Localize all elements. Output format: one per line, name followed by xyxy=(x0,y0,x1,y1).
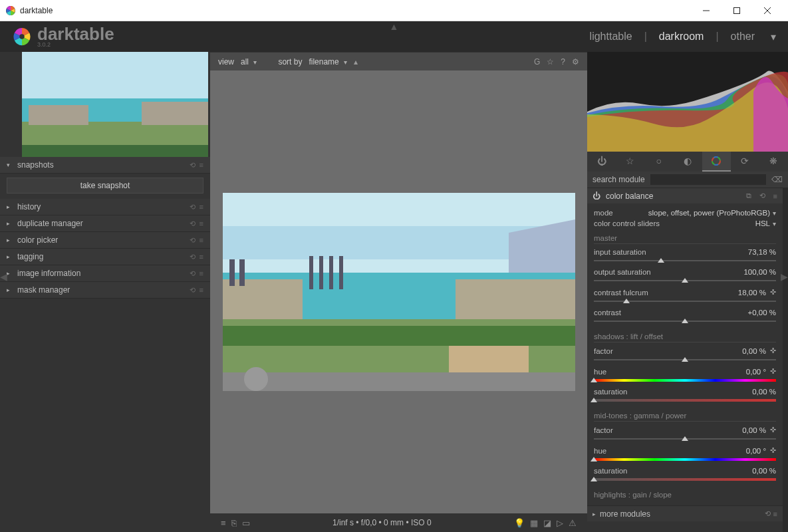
module-color-balance[interactable]: ⏻ color balance ⧉ ⟲ ≡ xyxy=(587,188,783,203)
menu-icon[interactable]: ≡ xyxy=(773,510,777,518)
quick-access-icon[interactable]: ≡ xyxy=(221,518,226,528)
collapse-right-icon[interactable]: ▶ xyxy=(781,271,788,282)
collapse-left-icon[interactable]: ◀ xyxy=(0,271,7,282)
mode-label: mode xyxy=(594,209,648,217)
menu-icon[interactable]: ≡ xyxy=(199,236,203,245)
panel-snapshots[interactable]: ▾ snapshots ⟲≡ xyxy=(0,157,210,174)
menu-icon[interactable]: ≡ xyxy=(199,203,203,211)
sort-dropdown[interactable]: filename ▾ xyxy=(309,57,347,66)
grouping-icon[interactable]: G xyxy=(534,57,540,66)
reset-icon[interactable]: ⟲ xyxy=(759,192,765,200)
panel-image-information[interactable]: ▸ image information ⟲≡ xyxy=(0,265,210,282)
nav-darkroom[interactable]: darkroom xyxy=(659,31,704,43)
input-saturation-value: 73,18 % xyxy=(748,248,776,256)
sliders-dropdown[interactable]: HSL▾ xyxy=(755,219,776,227)
reset-icon[interactable]: ⟲ xyxy=(190,219,196,228)
warn-icon[interactable]: ⚠ xyxy=(569,518,577,528)
search-label: search module xyxy=(592,175,645,184)
collapse-top-icon[interactable]: ▲ xyxy=(390,21,399,32)
second-window-icon[interactable]: ▭ xyxy=(242,518,250,528)
picker-icon[interactable]: ✜ xyxy=(770,346,776,355)
reset-icon[interactable]: ⟲ xyxy=(190,286,196,295)
gear-icon[interactable]: ⚙ xyxy=(572,57,579,66)
menu-icon[interactable]: ≡ xyxy=(199,253,203,261)
contrast-slider[interactable] xyxy=(594,319,776,323)
overexp-icon[interactable]: ▷ xyxy=(557,518,563,528)
power-icon[interactable]: ⏻ xyxy=(592,192,600,201)
tab-star-icon[interactable]: ☆ xyxy=(616,152,644,172)
midtones-sat-slider[interactable] xyxy=(594,477,776,481)
chevron-right-icon: ▸ xyxy=(7,203,13,210)
menu-icon[interactable]: ≡ xyxy=(773,192,777,200)
multi-instance-icon[interactable]: ⧉ xyxy=(746,192,751,200)
menu-icon[interactable]: ≡ xyxy=(199,286,203,295)
tab-power-icon[interactable]: ⏻ xyxy=(587,152,616,172)
shadows-sat-value: 0,00 % xyxy=(752,388,776,396)
left-sidebar: ▾ snapshots ⟲≡ take snapshot ▸ history ⟲… xyxy=(0,52,210,532)
menu-icon[interactable]: ≡ xyxy=(199,219,203,228)
output-saturation-slider[interactable] xyxy=(594,279,776,283)
panel-tagging[interactable]: ▸ tagging ⟲≡ xyxy=(0,249,210,265)
tab-circle-icon[interactable]: ○ xyxy=(644,152,673,172)
maximize-button[interactable] xyxy=(722,0,752,21)
picker-icon[interactable]: ✜ xyxy=(770,367,776,376)
view-dropdown[interactable]: all ▾ xyxy=(241,57,257,66)
scrollbar[interactable] xyxy=(783,188,788,532)
panel-color-picker[interactable]: ▸ color picker ⟲≡ xyxy=(0,232,210,249)
panel-mask-manager[interactable]: ▸ mask manager ⟲≡ xyxy=(0,282,210,299)
sort-asc-icon[interactable]: ▴ xyxy=(354,57,358,66)
navigator-thumbnail[interactable] xyxy=(22,52,208,157)
reset-icon[interactable]: ⟲ xyxy=(190,253,196,261)
menu-icon[interactable]: ≡ xyxy=(199,269,203,278)
os-titlebar: darktable xyxy=(0,0,788,21)
reset-icon[interactable]: ⟲ xyxy=(190,203,196,211)
picker-icon[interactable]: ✜ xyxy=(770,446,776,455)
picker-icon[interactable]: ✜ xyxy=(770,288,776,297)
gamut-icon[interactable]: ◪ xyxy=(543,518,551,528)
panel-history[interactable]: ▸ history ⟲≡ xyxy=(0,199,210,215)
fulcrum-slider[interactable] xyxy=(594,299,776,303)
tab-correct-icon[interactable]: ⟳ xyxy=(731,152,759,172)
shadows-hue-slider[interactable] xyxy=(594,378,776,382)
nav-other[interactable]: other xyxy=(731,31,755,43)
reset-icon[interactable]: ⟲ xyxy=(190,269,196,278)
menu-icon[interactable]: ≡ xyxy=(199,161,203,170)
midtones-factor-slider[interactable] xyxy=(594,437,776,441)
svg-rect-22 xyxy=(339,256,343,289)
take-snapshot-button[interactable]: take snapshot xyxy=(7,178,203,194)
panel-duplicate-manager[interactable]: ▸ duplicate manager ⟲≡ xyxy=(0,215,210,232)
nav-lighttable[interactable]: lighttable xyxy=(590,31,632,43)
chevron-right-icon: ▸ xyxy=(7,287,13,293)
tab-effect-icon[interactable]: ❋ xyxy=(759,152,788,172)
softproof-icon[interactable]: ▦ xyxy=(530,518,538,528)
image-canvas[interactable] xyxy=(210,70,587,513)
shadows-factor-slider[interactable] xyxy=(594,358,776,362)
minimize-button[interactable] xyxy=(691,0,722,21)
help-icon[interactable]: ? xyxy=(561,57,565,66)
bulb-icon[interactable]: 💡 xyxy=(514,518,525,528)
clear-icon[interactable]: ⌫ xyxy=(771,175,783,184)
histogram[interactable] xyxy=(587,52,788,152)
svg-rect-9 xyxy=(29,105,88,125)
reset-icon[interactable]: ⟲ xyxy=(765,509,771,518)
reset-icon[interactable]: ⟲ xyxy=(190,236,196,245)
chevron-down-icon[interactable]: ▾ xyxy=(771,31,776,43)
tab-tone-icon[interactable]: ◐ xyxy=(673,152,702,172)
picker-icon[interactable]: ✜ xyxy=(770,426,776,434)
tab-color-icon[interactable] xyxy=(702,152,731,172)
shadows-hue-label: hue xyxy=(594,368,746,376)
close-button[interactable] xyxy=(752,0,783,21)
more-modules[interactable]: ▸ more modules ⟲ ≡ xyxy=(587,505,783,521)
reset-icon[interactable]: ⟲ xyxy=(190,161,196,170)
styles-icon[interactable]: ⎘ xyxy=(231,518,237,528)
star-icon[interactable]: ☆ xyxy=(547,57,554,66)
chevron-right-icon: ▸ xyxy=(7,220,13,227)
mode-dropdown[interactable]: slope, offset, power (ProPhotoRGB)▾ xyxy=(648,209,776,217)
svg-rect-2 xyxy=(734,7,740,13)
midtones-hue-slider[interactable] xyxy=(594,458,776,462)
search-input[interactable] xyxy=(650,174,766,185)
right-sidebar: ⏻ ☆ ○ ◐ ⟳ ❋ search module ⌫ xyxy=(587,52,788,532)
input-saturation-slider[interactable] xyxy=(594,259,776,263)
shadows-sat-slider[interactable] xyxy=(594,398,776,402)
fulcrum-label: contrast fulcrum xyxy=(594,289,738,297)
